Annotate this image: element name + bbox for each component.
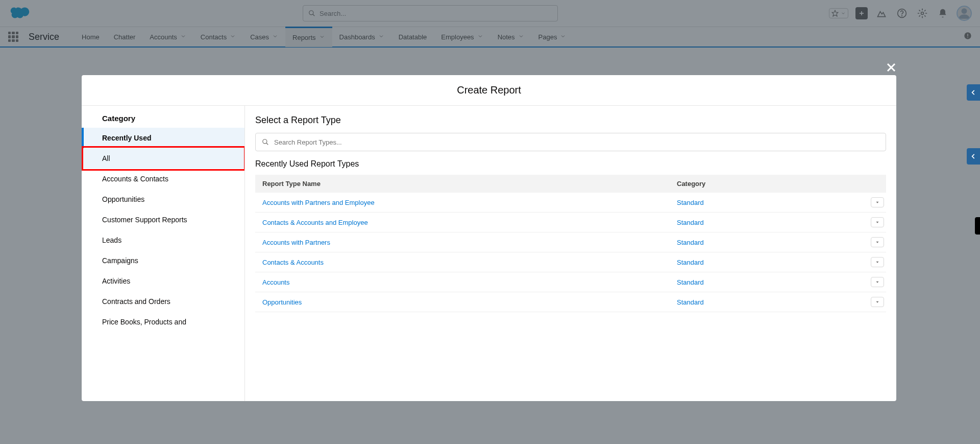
svg-marker-17 (876, 222, 879, 223)
report-type-category: Standard (677, 259, 871, 266)
report-type-name-link[interactable]: Contacts & Accounts and Employee (262, 219, 677, 226)
chevron-down-icon (875, 200, 880, 205)
chevron-down-icon (875, 260, 880, 265)
arrow-left-icon (970, 89, 977, 96)
table-row: Contacts & AccountsStandard (255, 252, 886, 272)
column-header-category: Category (677, 180, 871, 188)
report-type-name-link[interactable]: Accounts with Partners (262, 239, 677, 246)
category-item[interactable]: Price Books, Products and (82, 312, 244, 332)
main-panel: Select a Report Type Recently Used Repor… (245, 106, 896, 401)
report-type-name-link[interactable]: Accounts with Partners and Employee (262, 199, 677, 206)
report-type-category: Standard (677, 278, 871, 286)
section-title: Recently Used Report Types (255, 159, 886, 169)
report-type-name-link[interactable]: Opportunities (262, 298, 677, 306)
svg-marker-16 (876, 202, 879, 203)
table-row: AccountsStandard (255, 272, 886, 292)
category-item[interactable]: Customer Support Reports (82, 209, 244, 230)
category-item[interactable]: Contracts and Orders (82, 291, 244, 312)
table-row: Accounts with Partners and EmployeeStand… (255, 193, 886, 213)
row-actions-button[interactable] (871, 237, 884, 247)
report-type-search-input[interactable] (274, 138, 879, 146)
row-actions-button[interactable] (871, 197, 884, 207)
category-item[interactable]: Opportunities (82, 189, 244, 209)
svg-line-15 (266, 143, 268, 145)
report-type-category: Standard (677, 199, 871, 206)
create-report-modal: Create Report Category Recently UsedAllA… (82, 75, 896, 401)
side-tab-1[interactable] (967, 84, 980, 101)
chevron-down-icon (875, 220, 880, 225)
category-item[interactable]: Recently Used (82, 128, 244, 148)
report-type-search[interactable] (255, 133, 886, 151)
report-type-name-link[interactable]: Accounts (262, 278, 677, 286)
row-actions-button[interactable] (871, 217, 884, 227)
chevron-down-icon (875, 299, 880, 305)
table-row: OpportunitiesStandard (255, 292, 886, 312)
side-handle[interactable] (975, 217, 980, 235)
side-tab-2[interactable] (967, 148, 980, 165)
category-sidebar: Category Recently UsedAllAccounts & Cont… (82, 106, 245, 401)
svg-point-14 (263, 139, 267, 144)
select-report-type-title: Select a Report Type (255, 115, 886, 126)
modal-close-button[interactable] (885, 61, 897, 76)
svg-marker-20 (876, 282, 879, 283)
svg-marker-21 (876, 301, 879, 303)
report-type-name-link[interactable]: Contacts & Accounts (262, 259, 677, 266)
arrow-left-icon (970, 153, 977, 160)
report-type-category: Standard (677, 298, 871, 306)
table-header: Report Type Name Category (255, 175, 886, 193)
modal-title: Create Report (82, 75, 896, 106)
row-actions-button[interactable] (871, 257, 884, 267)
sidebar-header: Category (82, 106, 244, 128)
search-icon (262, 138, 269, 146)
category-item[interactable]: Leads (82, 230, 244, 250)
category-item[interactable]: Campaigns (82, 250, 244, 271)
table-row: Contacts & Accounts and EmployeeStandard (255, 213, 886, 232)
svg-marker-18 (876, 242, 879, 243)
table-row: Accounts with PartnersStandard (255, 232, 886, 252)
chevron-down-icon (875, 279, 880, 285)
report-type-category: Standard (677, 239, 871, 246)
category-item[interactable]: All (82, 148, 244, 169)
report-type-category: Standard (677, 219, 871, 226)
category-item[interactable]: Accounts & Contacts (82, 169, 244, 189)
row-actions-button[interactable] (871, 297, 884, 307)
chevron-down-icon (875, 240, 880, 245)
svg-marker-19 (876, 262, 879, 263)
column-header-name: Report Type Name (262, 180, 677, 188)
close-icon (885, 61, 897, 74)
category-item[interactable]: Activities (82, 271, 244, 291)
row-actions-button[interactable] (871, 277, 884, 287)
